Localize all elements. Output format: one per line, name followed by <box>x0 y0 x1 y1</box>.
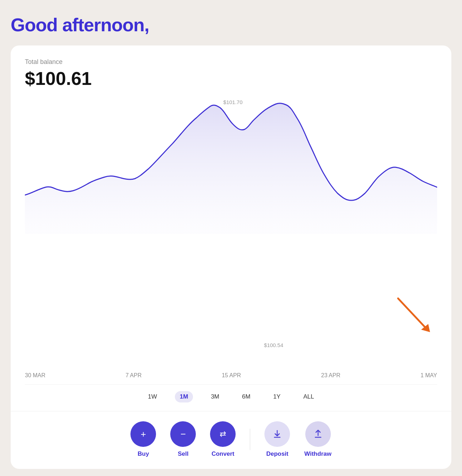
time-filter-all[interactable]: ALL <box>298 391 319 402</box>
x-label-23apr: 23 APR <box>321 372 340 379</box>
withdraw-action[interactable]: Withdraw <box>304 421 331 458</box>
x-label-1may: 1 MAY <box>420 372 437 379</box>
withdraw-label: Withdraw <box>304 450 331 458</box>
x-label-15apr: 15 APR <box>222 372 241 379</box>
convert-action[interactable]: ⇄ Convert <box>210 421 236 458</box>
time-filter-1w[interactable]: 1W <box>143 391 162 402</box>
sell-icon: − <box>181 429 186 440</box>
action-bar: + Buy − Sell ⇄ Convert <box>25 411 437 469</box>
left-right-divider <box>250 429 250 450</box>
buy-icon-circle: + <box>130 421 156 447</box>
main-card: Total balance $100.61 $101.70 $100.54 30… <box>11 45 451 469</box>
action-group-right: Deposit Withdraw <box>264 421 331 458</box>
convert-icon-circle: ⇄ <box>210 421 236 447</box>
x-axis-labels: 30 MAR 7 APR 15 APR 23 APR 1 MAY <box>25 369 437 384</box>
balance-label: Total balance <box>25 58 437 66</box>
chart-peak-label: $101.70 <box>223 99 242 105</box>
arrow-annotation <box>394 295 434 336</box>
balance-amount: $100.61 <box>25 68 437 89</box>
deposit-action[interactable]: Deposit <box>264 421 290 458</box>
buy-action[interactable]: + Buy <box>130 421 156 458</box>
time-filter-1m[interactable]: 1M <box>175 391 193 402</box>
deposit-icon-circle <box>264 421 290 447</box>
convert-label: Convert <box>211 450 234 458</box>
balance-chart <box>25 99 437 234</box>
chart-trough-label: $100.54 <box>264 342 283 348</box>
sell-label: Sell <box>178 450 188 458</box>
buy-label: Buy <box>138 450 149 458</box>
convert-icon: ⇄ <box>220 429 226 439</box>
action-group-left: + Buy − Sell ⇄ Convert <box>130 421 236 458</box>
time-filter-6m[interactable]: 6M <box>237 391 256 402</box>
svg-line-0 <box>398 298 425 327</box>
sell-icon-circle: − <box>170 421 196 447</box>
deposit-icon <box>272 429 282 439</box>
x-label-30mar: 30 MAR <box>25 372 45 379</box>
buy-icon: + <box>141 429 146 440</box>
svg-marker-1 <box>421 324 430 332</box>
withdraw-icon <box>313 429 323 439</box>
time-filter-row: 1W 1M 3M 6M 1Y ALL <box>25 384 437 411</box>
x-label-7apr: 7 APR <box>125 372 141 379</box>
chart-area: $101.70 $100.54 <box>25 99 437 369</box>
time-filter-1y[interactable]: 1Y <box>268 391 286 402</box>
greeting-text: Good afternoon, <box>11 14 451 36</box>
deposit-label: Deposit <box>266 450 288 458</box>
withdraw-icon-circle <box>305 421 331 447</box>
sell-action[interactable]: − Sell <box>170 421 196 458</box>
time-filter-3m[interactable]: 3M <box>206 391 224 402</box>
